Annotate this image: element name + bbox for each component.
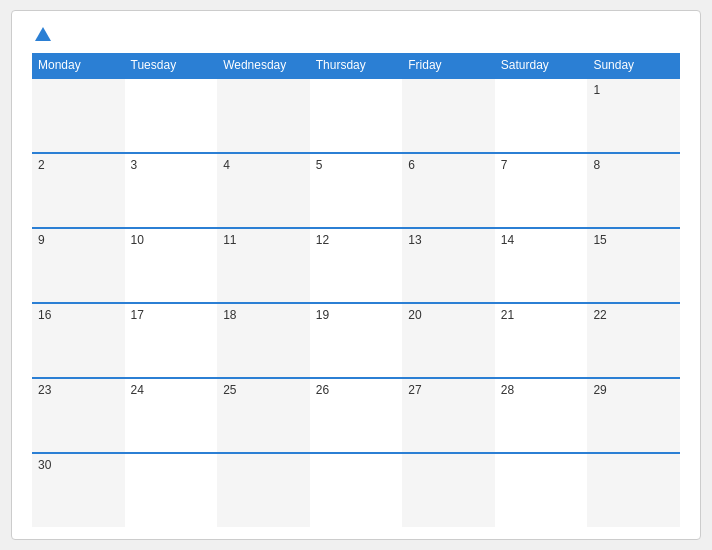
logo — [32, 27, 51, 43]
day-cell: 27 — [402, 379, 495, 452]
day-cell: 10 — [125, 229, 218, 302]
day-number: 10 — [131, 233, 144, 247]
day-number: 20 — [408, 308, 421, 322]
day-number: 6 — [408, 158, 415, 172]
day-number: 8 — [593, 158, 600, 172]
calendar: MondayTuesdayWednesdayThursdayFridaySatu… — [11, 10, 701, 540]
week-row-5: 23242526272829 — [32, 377, 680, 452]
day-header-wednesday: Wednesday — [217, 53, 310, 77]
day-number: 9 — [38, 233, 45, 247]
day-number: 7 — [501, 158, 508, 172]
day-header-monday: Monday — [32, 53, 125, 77]
day-number: 19 — [316, 308, 329, 322]
week-row-4: 16171819202122 — [32, 302, 680, 377]
logo-top-line — [32, 27, 51, 43]
day-cell: 2 — [32, 154, 125, 227]
week-row-2: 2345678 — [32, 152, 680, 227]
day-cell — [495, 454, 588, 527]
logo-triangle-icon — [35, 27, 51, 41]
day-number: 29 — [593, 383, 606, 397]
day-number: 24 — [131, 383, 144, 397]
day-cell: 16 — [32, 304, 125, 377]
day-cell: 8 — [587, 154, 680, 227]
day-cell — [495, 79, 588, 152]
day-cell: 12 — [310, 229, 403, 302]
day-number: 27 — [408, 383, 421, 397]
day-cell: 3 — [125, 154, 218, 227]
day-cell: 28 — [495, 379, 588, 452]
day-number: 5 — [316, 158, 323, 172]
day-cell — [217, 79, 310, 152]
day-number: 25 — [223, 383, 236, 397]
day-header-sunday: Sunday — [587, 53, 680, 77]
day-number: 4 — [223, 158, 230, 172]
day-header-tuesday: Tuesday — [125, 53, 218, 77]
day-number: 1 — [593, 83, 600, 97]
weeks-container: 1234567891011121314151617181920212223242… — [32, 77, 680, 527]
day-number: 11 — [223, 233, 236, 247]
day-cell — [125, 79, 218, 152]
day-cell: 6 — [402, 154, 495, 227]
day-header-thursday: Thursday — [310, 53, 403, 77]
week-row-6: 30 — [32, 452, 680, 527]
day-cell — [402, 454, 495, 527]
day-number: 28 — [501, 383, 514, 397]
day-number: 26 — [316, 383, 329, 397]
day-cell: 20 — [402, 304, 495, 377]
day-number: 23 — [38, 383, 51, 397]
day-headers-row: MondayTuesdayWednesdayThursdayFridaySatu… — [32, 53, 680, 77]
day-cell: 24 — [125, 379, 218, 452]
day-cell — [402, 79, 495, 152]
day-number: 13 — [408, 233, 421, 247]
day-cell: 7 — [495, 154, 588, 227]
day-cell — [32, 79, 125, 152]
day-number: 12 — [316, 233, 329, 247]
day-header-saturday: Saturday — [495, 53, 588, 77]
day-number: 15 — [593, 233, 606, 247]
day-cell: 13 — [402, 229, 495, 302]
day-number: 16 — [38, 308, 51, 322]
day-cell: 1 — [587, 79, 680, 152]
day-cell: 18 — [217, 304, 310, 377]
day-header-friday: Friday — [402, 53, 495, 77]
day-cell: 21 — [495, 304, 588, 377]
day-number: 3 — [131, 158, 138, 172]
day-number: 14 — [501, 233, 514, 247]
week-row-3: 9101112131415 — [32, 227, 680, 302]
calendar-header — [32, 27, 680, 43]
day-cell: 17 — [125, 304, 218, 377]
day-number: 22 — [593, 308, 606, 322]
day-cell: 26 — [310, 379, 403, 452]
day-cell: 23 — [32, 379, 125, 452]
day-number: 17 — [131, 308, 144, 322]
day-cell — [217, 454, 310, 527]
day-cell: 5 — [310, 154, 403, 227]
day-cell: 29 — [587, 379, 680, 452]
day-cell: 19 — [310, 304, 403, 377]
day-number: 2 — [38, 158, 45, 172]
day-cell — [125, 454, 218, 527]
week-row-1: 1 — [32, 77, 680, 152]
day-number: 18 — [223, 308, 236, 322]
day-cell: 25 — [217, 379, 310, 452]
day-cell: 22 — [587, 304, 680, 377]
day-cell — [310, 79, 403, 152]
calendar-grid: MondayTuesdayWednesdayThursdayFridaySatu… — [32, 53, 680, 527]
day-cell: 9 — [32, 229, 125, 302]
day-cell — [587, 454, 680, 527]
day-cell: 14 — [495, 229, 588, 302]
day-cell: 15 — [587, 229, 680, 302]
day-number: 30 — [38, 458, 51, 472]
day-cell: 11 — [217, 229, 310, 302]
day-number: 21 — [501, 308, 514, 322]
day-cell: 30 — [32, 454, 125, 527]
day-cell: 4 — [217, 154, 310, 227]
day-cell — [310, 454, 403, 527]
